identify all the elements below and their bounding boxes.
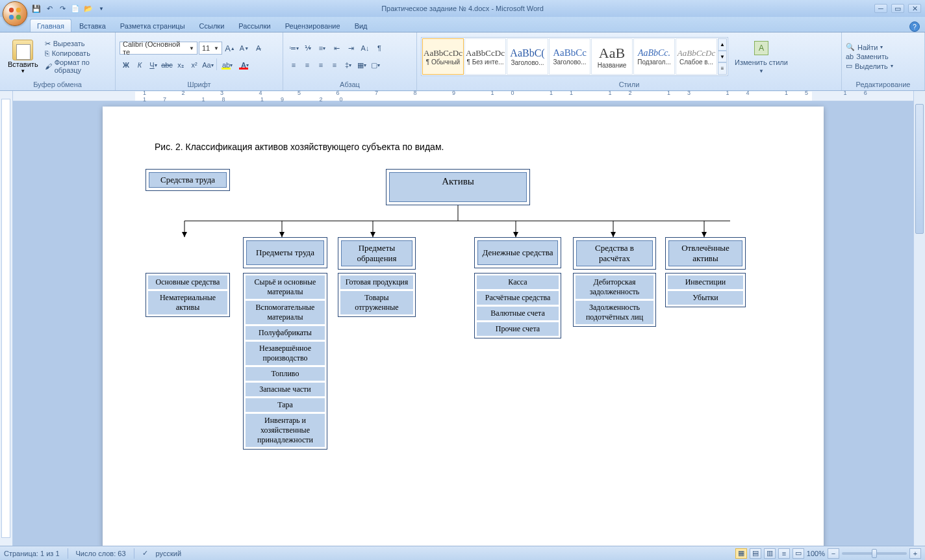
tab-view[interactable]: Вид	[348, 19, 374, 32]
document-area[interactable]: 1 2 3 4 5 6 7 8 9 10 11 12 13 14 15 16 1…	[13, 91, 913, 546]
paste-dropdown-icon[interactable]: ▼	[20, 68, 25, 74]
svg-point-2	[9, 15, 14, 19]
sort-button[interactable]: A↓	[359, 42, 372, 55]
gallery-more-icon[interactable]: ≡	[718, 62, 727, 75]
row: Касса	[477, 275, 559, 289]
close-button[interactable]: ✕	[908, 4, 921, 13]
cat-0-rows: Основные средства Нематериальные активы	[146, 273, 230, 317]
change-case-button[interactable]: Aa▾	[201, 58, 214, 71]
tab-review[interactable]: Рецензирование	[279, 19, 347, 32]
new-icon[interactable]: 📄	[70, 3, 81, 14]
change-styles-button[interactable]: A Изменить стили ▼	[731, 38, 792, 75]
change-styles-icon: A	[752, 39, 770, 57]
view-web[interactable]: ▥	[764, 548, 776, 559]
copy-button[interactable]: ⎘Копировать	[45, 49, 111, 57]
cat-2-rows: Готовая продукция Товары отгруженные	[338, 273, 416, 317]
status-words[interactable]: Число слов: 63	[76, 550, 126, 557]
shading-button[interactable]: ▦▾	[355, 58, 368, 71]
view-draft[interactable]: ▭	[792, 548, 804, 559]
paste-button[interactable]: Вставить ▼	[4, 38, 42, 75]
strike-button[interactable]: abc	[160, 58, 173, 71]
view-outline[interactable]: ≡	[778, 548, 790, 559]
style-subtitle[interactable]: AaBbCc.Подзагол...	[633, 38, 675, 75]
grow-font-button[interactable]: A▲	[223, 42, 236, 55]
cat-3-rows: Касса Расчётные средства Валютные счета …	[474, 273, 561, 338]
style-normal[interactable]: AaBbCcDc¶ Обычный	[422, 38, 464, 75]
group-paragraph-title: Абзац	[287, 79, 412, 90]
status-page[interactable]: Страница: 1 из 1	[4, 550, 60, 557]
vertical-scrollbar[interactable]	[913, 91, 925, 546]
minimize-button[interactable]: ─	[874, 4, 887, 13]
style-label: ¶ Без инте...	[467, 58, 504, 66]
office-button[interactable]	[3, 1, 27, 26]
quick-access-toolbar: 💾 ↶ ↷ 📄 📂 ▼	[31, 3, 107, 14]
ribbon: Вставить ▼ ✂Вырезать ⎘Копировать 🖌Формат…	[0, 32, 925, 91]
help-icon[interactable]: ?	[909, 21, 920, 32]
gallery-up-icon[interactable]: ▲	[718, 38, 727, 51]
spell-check-icon[interactable]: ✓	[142, 549, 148, 557]
style-heading1[interactable]: AaBbC(Заголово...	[507, 38, 548, 75]
tab-layout[interactable]: Разметка страницы	[114, 19, 192, 32]
tab-insert[interactable]: Вставка	[73, 19, 112, 32]
maximize-button[interactable]: ▭	[891, 4, 904, 13]
tab-home[interactable]: Главная	[30, 19, 71, 32]
multilevel-button[interactable]: ≡▾	[316, 42, 329, 55]
cat-1-rows: Сырьё и основные материалы Вспомогательн…	[243, 273, 327, 450]
cut-button[interactable]: ✂Вырезать	[45, 40, 111, 48]
tab-mailings[interactable]: Рассылки	[232, 19, 277, 32]
bullets-button[interactable]: ≔▾	[287, 42, 300, 55]
style-subtle[interactable]: AaBbCcDcСлабое в...	[676, 38, 717, 75]
font-color-button[interactable]: A▾	[236, 58, 253, 71]
line-spacing-button[interactable]: ‡▾	[342, 58, 355, 71]
increase-indent-button[interactable]: ⇥	[344, 42, 357, 55]
tab-references[interactable]: Ссылки	[193, 19, 231, 32]
view-print-layout[interactable]: ▦	[735, 548, 747, 559]
clear-format-button[interactable]: A̶	[252, 42, 265, 55]
underline-button[interactable]: Ч▾	[147, 58, 160, 71]
undo-icon[interactable]: ↶	[44, 3, 55, 14]
highlight-button[interactable]: ab▾	[219, 58, 236, 71]
view-full-screen[interactable]: ▤	[750, 548, 761, 559]
superscript-button[interactable]: x²	[188, 58, 201, 71]
redo-icon[interactable]: ↷	[57, 3, 68, 14]
diagram-root: Активы	[389, 172, 527, 202]
find-button[interactable]: 🔍Найти▾	[846, 43, 893, 51]
shrink-font-button[interactable]: A▼	[238, 42, 251, 55]
status-language[interactable]: русский	[156, 550, 181, 557]
align-center-button[interactable]: ≡	[301, 58, 314, 71]
zoom-level[interactable]: 100%	[807, 550, 825, 557]
numbering-button[interactable]: ⅟▾	[301, 42, 314, 55]
subscript-button[interactable]: x₂	[174, 58, 187, 71]
save-icon[interactable]: 💾	[31, 3, 42, 14]
style-title[interactable]: AaBНазвание	[591, 38, 633, 75]
style-no-spacing[interactable]: AaBbCcDc¶ Без инте...	[464, 38, 506, 75]
align-left-button[interactable]: ≡	[287, 58, 300, 71]
row: Задолженность подотчётных лиц	[576, 301, 653, 324]
show-marks-button[interactable]: ¶	[373, 42, 386, 55]
find-label: Найти	[857, 44, 878, 51]
format-painter-button[interactable]: 🖌Формат по образцу	[45, 58, 111, 74]
style-heading2[interactable]: AaBbCcЗаголово...	[549, 38, 590, 75]
italic-button[interactable]: К	[133, 58, 146, 71]
borders-button[interactable]: ▢▾	[369, 58, 382, 71]
justify-button[interactable]: ≡	[328, 58, 341, 71]
change-styles-label: Изменить стили	[735, 58, 788, 66]
bold-button[interactable]: Ж	[120, 58, 133, 71]
group-clipboard-title: Буфер обмена	[4, 79, 111, 90]
zoom-in-button[interactable]: +	[909, 548, 921, 559]
qat-dropdown-icon[interactable]: ▼	[96, 3, 107, 14]
font-size-combo[interactable]: 11▼	[199, 42, 222, 55]
decrease-indent-button[interactable]: ⇤	[330, 42, 343, 55]
open-icon[interactable]: 📂	[83, 3, 94, 14]
zoom-thumb[interactable]	[872, 549, 877, 558]
cat-0-title: Средства труда	[149, 172, 227, 188]
align-right-button[interactable]: ≡	[314, 58, 327, 71]
scroll-thumb[interactable]	[915, 104, 924, 234]
font-name-combo[interactable]: Calibri (Основной те▼	[120, 42, 197, 55]
workspace: 1 2 3 4 5 6 7 8 9 10 11 12 13 14 15 16 1…	[0, 91, 925, 546]
zoom-slider[interactable]	[842, 552, 907, 555]
select-button[interactable]: ▭Выделить▾	[846, 62, 893, 70]
zoom-out-button[interactable]: −	[828, 548, 839, 559]
replace-button[interactable]: abЗаменить	[846, 53, 893, 60]
gallery-down-icon[interactable]: ▼	[718, 51, 727, 63]
